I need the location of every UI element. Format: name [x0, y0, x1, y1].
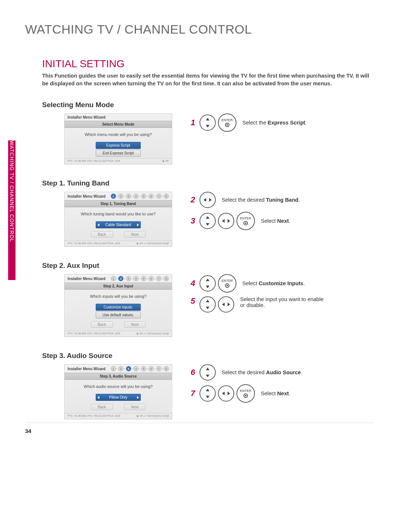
wizard-bar: Step 3, Audio Source [65, 373, 172, 380]
side-tab: WATCHING TV / CHANNEL CONTROL [8, 140, 16, 280]
wizard-back-button[interactable]: Back [91, 231, 113, 238]
wizard-stepper: 1› 2› 3› 4› 5› 6› 7› 8 [111, 276, 169, 281]
dpad-up-down-icon [200, 275, 216, 291]
wizard-title: Installer Menu Wizard [68, 115, 106, 119]
side-tab-label: WATCHING TV / CHANNEL CONTROL [9, 140, 15, 277]
step6-caption: Select the desired Audio Source. [222, 369, 302, 375]
wizard-ok: ◉ OK [162, 160, 169, 163]
enter-button-icon: ENTER [218, 113, 236, 132]
wizard-next-button[interactable]: Next [124, 404, 146, 410]
document-page: WATCHING TV / CHANNEL CONTROL WATCHING T… [0, 0, 399, 449]
dpad-up-down-icon [200, 115, 216, 131]
dpad-up-down-icon [200, 364, 216, 381]
step-7: 7 ENTER Select Next. [191, 384, 374, 403]
wizard-bar: Step 2, Aux Input [65, 283, 172, 290]
wizard-title: Installer Menu Wizard [68, 367, 106, 371]
wizard-option-default[interactable]: Use default values. [96, 311, 141, 318]
step-5: 5 Select the input you want to enable or… [191, 296, 374, 313]
page-number: 34 [25, 428, 31, 434]
wizard-bar: Step 1, Tuning Band [65, 200, 172, 207]
wizard-ptc: PTC: V1.00.004 CPU: V03.21.00 FPGA: x229 [68, 160, 120, 163]
wizard-ptc: PTC: V1.00.004 CPU: V03.21.00 FPGA: x229 [68, 332, 120, 335]
wizard-option-customize[interactable]: Customize inputs. [96, 304, 141, 311]
dpad-up-down-icon [200, 385, 216, 402]
wizard-ptc: PTC: V1.00.004 CPU: V03.21.00 FPGA: x229 [68, 415, 120, 417]
wizard-audio: Installer Menu Wizard 1› 2› 3› 4› 5› 6› … [64, 364, 172, 419]
footer-divider [25, 423, 374, 423]
wizard-question: Which menu mode will you be using? [68, 132, 168, 137]
wizard-back-button[interactable]: Back [91, 321, 113, 328]
wizard-next-button[interactable]: Next [124, 321, 146, 328]
page-title: WATCHING TV / CHANNEL CONTROL [25, 22, 374, 37]
row-tuning: Installer Menu Wizard 1› 2› 3› 4› 5› 6› … [42, 192, 374, 247]
enter-button-icon: ENTER [236, 212, 255, 230]
step-2: 2 Select the desired Tuning Band. [191, 192, 374, 208]
wizard-tuning: Installer Menu Wizard 1› 2› 3› 4› 5› 6› … [64, 192, 172, 247]
wizard-bar: Select Menu Mode [65, 121, 172, 128]
step4-caption: Select Customize Inputs. [242, 280, 305, 286]
dpad-left-right-icon [218, 385, 234, 402]
enter-button-icon: ENTER [218, 274, 236, 293]
step-number: 2 [191, 195, 197, 205]
wizard-question: Which inputs will you be using? [68, 294, 168, 299]
dpad-left-right-icon [218, 213, 234, 229]
subheading-aux: Step 2. Aux Input [42, 262, 374, 270]
wizard-next-button[interactable]: Next [124, 231, 146, 238]
step-number: 3 [191, 216, 197, 226]
subheading-menu-mode: Selecting Menu Mode [42, 101, 374, 109]
step-number: 1 [191, 118, 197, 127]
enter-label: ENTER [240, 216, 251, 220]
subheading-tuning: Step 1. Tuning Band [42, 179, 374, 187]
step3-caption: Select Next. [261, 218, 290, 224]
section-title: INITIAL SETTING [42, 58, 374, 70]
wizard-question: Which audio source will you be using? [68, 384, 168, 389]
wizard-stepper: 1› 2› 3› 4› 5› 6› 7› 8 [111, 366, 169, 371]
wizard-title: Installer Menu Wizard [68, 277, 106, 281]
wizard-option-exit[interactable]: Exit Express Script [96, 150, 141, 157]
step-number: 5 [191, 296, 197, 306]
dpad-up-down-icon [200, 213, 216, 229]
enter-label: ENTER [222, 118, 233, 122]
wizard-stepper: 1› 2› 3› 4› 5› 6› 7› 8 [111, 194, 169, 199]
dpad-up-down-icon [200, 296, 216, 313]
step-number: 4 [191, 279, 197, 288]
enter-label: ENTER [222, 279, 233, 283]
enter-button-icon: ENTER [236, 384, 255, 403]
wizard-ptc: PTC: V1.00.004 CPU: V03.21.00 FPGA: x229 [68, 242, 120, 245]
wizard-menu-mode: Installer Menu Wizard Select Menu Mode W… [64, 113, 172, 164]
wizard-ok: ◉ OK ⮐ Exit Express Script [136, 332, 169, 335]
row-menu-mode: Installer Menu Wizard Select Menu Mode W… [42, 113, 374, 164]
wizard-ok: ◉ OK ⮐ Exit Express Script [136, 242, 169, 245]
wizard-option-pillow[interactable]: Pillow Only [96, 394, 141, 401]
step7-caption: Select Next. [261, 391, 290, 396]
subheading-audio: Step 3. Audio Source [42, 352, 374, 360]
wizard-ok: ◉ OK ⮐ Exit Express Script [136, 415, 169, 417]
step-3: 3 ENTER Select Next. [191, 212, 374, 230]
wizard-question: Which tuning band would you like to use? [68, 212, 168, 216]
step-number: 7 [191, 389, 197, 398]
step2-caption: Select the desired Tuning Band. [222, 197, 300, 203]
step5-caption: Select the input you want to enable or d… [240, 296, 329, 308]
row-audio: Installer Menu Wizard 1› 2› 3› 4› 5› 6› … [42, 364, 374, 419]
step1-caption: Select the Express Script. [242, 120, 307, 126]
step-4: 4 ENTER Select Customize Inputs. [191, 274, 374, 293]
step-1: 1 ENTER Select the Express Script. [191, 113, 374, 132]
step-6: 6 Select the desired Audio Source. [191, 364, 374, 381]
dpad-left-right-icon [218, 296, 234, 313]
dpad-left-right-icon [200, 192, 216, 208]
wizard-option-express[interactable]: Express Script [96, 142, 141, 149]
intro-text: This Function guides the user to easily … [42, 72, 374, 88]
wizard-aux: Installer Menu Wizard 1› 2› 3› 4› 5› 6› … [64, 274, 172, 337]
step-number: 6 [191, 368, 197, 377]
wizard-option-cable[interactable]: Cable Standard [96, 221, 141, 228]
row-aux: Installer Menu Wizard 1› 2› 3› 4› 5› 6› … [42, 274, 374, 337]
wizard-title: Installer Menu Wizard [68, 194, 106, 198]
enter-label: ENTER [240, 389, 251, 393]
wizard-back-button[interactable]: Back [91, 404, 113, 410]
